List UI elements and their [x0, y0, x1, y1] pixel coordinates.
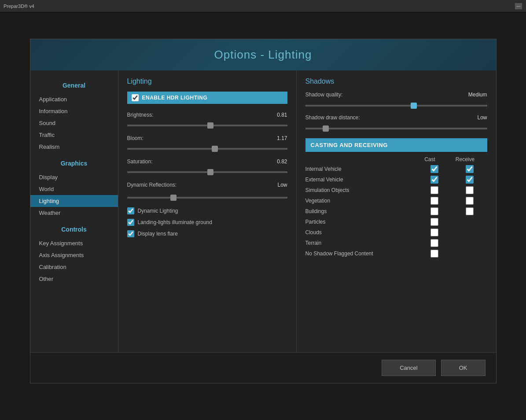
- cast-checkbox[interactable]: [430, 176, 438, 184]
- titlebar-controls: —: [515, 3, 522, 10]
- dynamic-lighting-row[interactable]: Dynamic Lighting: [127, 207, 287, 214]
- brightness-value: 0.81: [277, 112, 287, 118]
- sidebar-item-information[interactable]: Information: [30, 105, 118, 117]
- casting-header: CASTING AND RECEIVING: [305, 138, 487, 152]
- cast-row-label: Particles: [305, 219, 417, 225]
- bloom-value: 1.17: [277, 135, 287, 141]
- sidebar-item-calibration[interactable]: Calibration: [30, 261, 118, 273]
- dynamic-reflections-slider[interactable]: [127, 197, 287, 199]
- brightness-slider[interactable]: [127, 125, 287, 126]
- lighting-panel-title: Lighting: [127, 77, 287, 85]
- sidebar-item-world[interactable]: World: [30, 183, 118, 195]
- cast-checkbox[interactable]: [430, 207, 438, 215]
- sidebar-controls-title: Controls: [30, 219, 118, 237]
- dynamic-lighting-checkbox[interactable]: [127, 207, 134, 214]
- saturation-label: Saturation:: [127, 158, 153, 165]
- cast-checkbox[interactable]: [430, 218, 438, 226]
- lens-flare-checkbox[interactable]: [127, 230, 134, 237]
- cast-row-label: Internal Vehicle: [305, 166, 417, 172]
- cast-row: Simulation Objects: [305, 186, 487, 194]
- dialog-title: Options - Lighting: [30, 39, 496, 70]
- main-outer: Options - Lighting General Application I…: [0, 12, 526, 401]
- cast-checkbox[interactable]: [430, 239, 438, 247]
- brightness-label: Brightness:: [127, 112, 154, 118]
- cast-row-label: Clouds: [305, 229, 417, 236]
- shadow-quality-label: Shadow quality:: [305, 92, 343, 98]
- cast-checkbox-cell: [417, 165, 452, 173]
- minimize-button[interactable]: —: [515, 3, 522, 10]
- cast-checkbox[interactable]: [430, 250, 438, 258]
- cast-row: Terrain: [305, 239, 487, 247]
- sidebar-item-application[interactable]: Application: [30, 93, 118, 105]
- sidebar-item-sound[interactable]: Sound: [30, 117, 118, 129]
- saturation-value: 0.82: [277, 158, 287, 165]
- dynamic-lighting-label: Dynamic Lighting: [138, 208, 178, 214]
- cast-row-label: Terrain: [305, 240, 417, 246]
- sidebar-graphics-title: Graphics: [30, 153, 118, 171]
- hdr-checkbox-row[interactable]: ENABLE HDR LIGHTING: [127, 92, 287, 104]
- bloom-label: Bloom:: [127, 135, 143, 141]
- shadow-draw-distance-slider[interactable]: [305, 128, 487, 129]
- receive-checkbox-cell: [452, 186, 487, 194]
- shadows-panel-title: Shadows: [305, 77, 487, 85]
- lens-flare-row[interactable]: Display lens flare: [127, 230, 287, 237]
- bloom-slider-row: Bloom: 1.17: [127, 135, 287, 151]
- dialog: Options - Lighting General Application I…: [30, 39, 497, 383]
- cast-row: Particles: [305, 218, 487, 226]
- cast-checkbox-cell: [417, 250, 452, 258]
- receive-col-label: Receive: [448, 156, 483, 162]
- sidebar-item-other[interactable]: Other: [30, 273, 118, 285]
- cast-checkbox[interactable]: [430, 197, 438, 205]
- cast-row: Internal Vehicle: [305, 165, 487, 173]
- cast-row: External Vehicle: [305, 176, 487, 184]
- cast-row-label: No Shadow Flagged Content: [305, 251, 417, 257]
- cast-row: Buildings: [305, 207, 487, 215]
- bloom-slider[interactable]: [127, 148, 287, 150]
- hdr-checkbox[interactable]: [132, 94, 139, 101]
- lighting-panel: Lighting ENABLE HDR LIGHTING Brightness:…: [118, 70, 297, 352]
- cast-row-label: Buildings: [305, 208, 417, 214]
- cast-col-label: Cast: [412, 156, 448, 162]
- cast-checkbox-cell: [417, 197, 452, 205]
- saturation-slider[interactable]: [127, 171, 287, 173]
- cast-checkbox[interactable]: [430, 228, 438, 236]
- landing-lights-checkbox[interactable]: [127, 219, 134, 226]
- cast-checkbox-cell: [417, 228, 452, 236]
- receive-checkbox[interactable]: [466, 176, 474, 184]
- landing-lights-row[interactable]: Landing-lights illuminate ground: [127, 219, 287, 226]
- cast-row: Vegetation: [305, 197, 487, 205]
- sidebar-item-weather[interactable]: Weather: [30, 207, 118, 219]
- receive-checkbox[interactable]: [466, 197, 474, 205]
- sidebar-item-key-assignments[interactable]: Key Assignments: [30, 237, 118, 249]
- cast-checkbox[interactable]: [430, 165, 438, 173]
- hdr-label: ENABLE HDR LIGHTING: [142, 95, 208, 101]
- cast-row-label: External Vehicle: [305, 177, 417, 183]
- shadow-quality-slider[interactable]: [305, 105, 487, 107]
- cast-row-label: Simulation Objects: [305, 187, 417, 193]
- dialog-footer: Cancel OK: [30, 352, 496, 383]
- dynamic-reflections-label: Dynamic Reflections:: [127, 182, 177, 188]
- landing-lights-label: Landing-lights illuminate ground: [138, 219, 212, 225]
- cast-checkbox-cell: [417, 186, 452, 194]
- sidebar-item-realism[interactable]: Realism: [30, 141, 118, 153]
- sidebar-item-traffic[interactable]: Traffic: [30, 129, 118, 141]
- brightness-slider-row: Brightness: 0.81: [127, 112, 287, 128]
- receive-checkbox-cell: [452, 197, 487, 205]
- titlebar: Prepar3D® v4 —: [0, 0, 526, 12]
- receive-checkbox[interactable]: [466, 207, 474, 215]
- shadow-quality-value: Medium: [468, 92, 487, 98]
- ok-button[interactable]: OK: [441, 360, 486, 376]
- receive-checkbox-cell: [452, 165, 487, 173]
- cast-checkbox[interactable]: [430, 186, 438, 194]
- lens-flare-label: Display lens flare: [138, 231, 178, 237]
- cast-rows-container: Internal VehicleExternal VehicleSimulati…: [305, 165, 487, 258]
- sidebar-item-axis-assignments[interactable]: Axis Assignments: [30, 249, 118, 261]
- cancel-button[interactable]: Cancel: [382, 360, 435, 376]
- sidebar-item-display[interactable]: Display: [30, 171, 118, 183]
- receive-checkbox[interactable]: [466, 165, 474, 173]
- dialog-content: General Application Information Sound Tr…: [30, 70, 496, 352]
- receive-checkbox[interactable]: [466, 186, 474, 194]
- sidebar-item-lighting[interactable]: Lighting: [30, 195, 118, 207]
- receive-checkbox-cell: [452, 207, 487, 215]
- dynamic-reflections-row: Dynamic Reflections: Low: [127, 182, 287, 188]
